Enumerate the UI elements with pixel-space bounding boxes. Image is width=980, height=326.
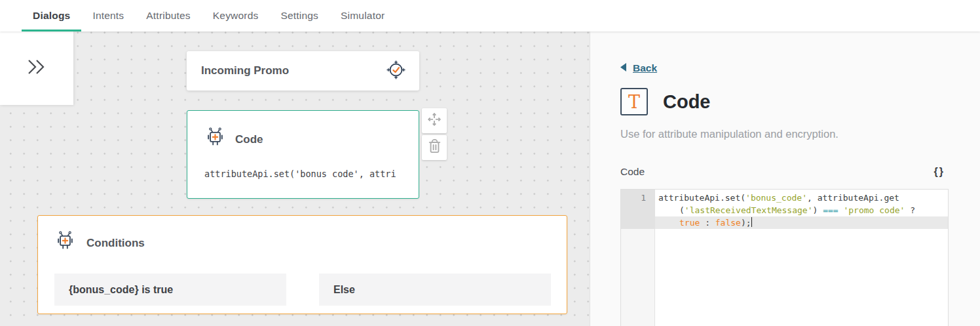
trash-icon	[426, 138, 443, 158]
tab-label: Settings	[280, 10, 318, 22]
robot-icon	[204, 127, 226, 153]
panel-title: Code	[663, 91, 711, 113]
branch-label: Else	[333, 284, 355, 296]
expand-sidebar-button[interactable]	[0, 31, 73, 105]
back-label: Back	[633, 62, 657, 74]
tab-label: Simulator	[341, 10, 385, 22]
dialog-canvas[interactable]: Incoming Promo	[0, 31, 590, 326]
tab-keywords[interactable]: Keywords	[202, 0, 270, 31]
code-editor-content[interactable]: attributeApi.set('bonus_code', attribute…	[655, 190, 948, 326]
element-settings-panel: Back T Code Use for attribute manipulati…	[590, 31, 980, 326]
node-action-buttons	[422, 108, 447, 160]
incoming-promo-node[interactable]: Incoming Promo	[187, 51, 419, 91]
tab-label: Attributes	[146, 10, 190, 22]
robot-icon	[54, 230, 76, 256]
code-node-selected[interactable]: Code attributeApi.set('bonus_code', attr…	[187, 110, 419, 199]
code-line[interactable]: ('lastReceivedTextMessage') === 'promo c…	[655, 204, 948, 216]
active-tab-underline	[22, 30, 81, 31]
move-node-button[interactable]	[422, 108, 447, 133]
condition-branch[interactable]: {bonus_code} is true	[54, 274, 286, 306]
code-field-label: Code	[620, 166, 645, 178]
code-line[interactable]: attributeApi.set('bonus_code', attribute…	[655, 192, 948, 204]
double-chevron-right-icon	[26, 58, 48, 79]
top-nav: Dialogs Intents Attributes Keywords Sett…	[0, 0, 980, 31]
else-branch[interactable]: Else	[319, 274, 551, 306]
delete-node-button[interactable]	[422, 135, 447, 160]
back-link[interactable]: Back	[620, 62, 657, 74]
tab-label: Keywords	[213, 10, 259, 22]
branch-label: {bonus_code} is true	[69, 284, 173, 296]
node-code-preview: attributeApi.set('bonus_code', attri	[204, 169, 403, 179]
tab-settings[interactable]: Settings	[269, 0, 330, 31]
line-number: 1	[621, 190, 654, 229]
target-icon	[386, 60, 406, 83]
tab-intents[interactable]: Intents	[81, 0, 135, 31]
conditions-node[interactable]: Conditions {bonus_code} is true Else	[37, 215, 567, 314]
move-icon	[426, 112, 442, 130]
panel-description: Use for attribute manipulation and encry…	[620, 128, 839, 140]
code-editor[interactable]: 1 attributeApi.set('bonus_code', attribu…	[620, 189, 949, 326]
tab-label: Dialogs	[33, 10, 70, 22]
code-line[interactable]: true : false);	[655, 216, 948, 229]
tab-label: Intents	[92, 10, 124, 22]
tab-dialogs[interactable]: Dialogs	[22, 0, 81, 31]
node-title: Incoming Promo	[201, 64, 289, 77]
back-triangle-icon	[620, 62, 627, 74]
node-title: Code	[235, 133, 263, 146]
tab-simulator[interactable]: Simulator	[330, 0, 396, 31]
tab-attributes[interactable]: Attributes	[135, 0, 201, 31]
editor-gutter: 1	[621, 190, 655, 326]
node-title: Conditions	[86, 237, 145, 250]
code-element-type-icon: T	[620, 88, 648, 115]
text-cursor	[751, 217, 752, 227]
curly-braces-icon[interactable]: {}	[934, 166, 949, 178]
